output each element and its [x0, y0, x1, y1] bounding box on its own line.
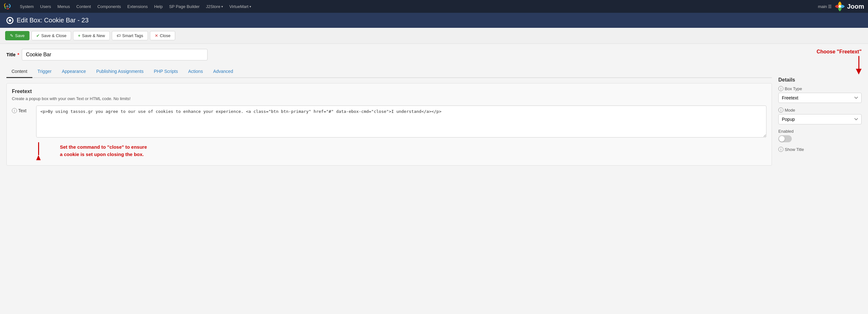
text-area[interactable] — [36, 106, 767, 138]
tab-advanced[interactable]: Advanced — [208, 66, 238, 78]
enabled-toggle[interactable] — [778, 135, 792, 142]
save-icon: ✎ — [10, 33, 13, 38]
nav-components[interactable]: Components — [94, 0, 124, 13]
close-icon: ✕ — [155, 33, 158, 38]
title-label: Title * — [6, 52, 19, 57]
navbar: System Users Menus Content Components Ex… — [0, 0, 868, 13]
section-title: Freetext — [12, 89, 767, 94]
mode-field: i Mode Popup Inline Offcanvas — [778, 107, 862, 125]
nav-menus[interactable]: Menus — [54, 0, 73, 13]
nav-extensions[interactable]: Extensions — [124, 0, 151, 13]
tab-appearance[interactable]: Appearance — [57, 66, 91, 78]
nav-j2store[interactable]: J2Store▾ — [203, 0, 226, 13]
navbar-right: main ☰ Joom — [818, 1, 864, 12]
box-type-label: i Box Type — [778, 86, 862, 91]
check-icon: ✔ — [36, 33, 40, 38]
mode-label: i Mode — [778, 107, 862, 112]
choose-freetext-label: Choose "Freetext" — [778, 49, 862, 55]
joomla-nav-logo — [4, 3, 11, 10]
save-button[interactable]: ✎ Save — [5, 31, 29, 40]
show-title-info-icon[interactable]: i — [778, 147, 783, 152]
left-panel: Title * Content Trigger Appearance Publi… — [6, 49, 772, 166]
annotation-text: Set the command to "close" to ensurea co… — [44, 141, 147, 158]
box-type-field: i Box Type Freetext Image Video Iframe — [778, 86, 862, 103]
box-type-select[interactable]: Freetext Image Video Iframe — [778, 93, 862, 103]
right-panel: Choose "Freetext" Details i Box Type Fre… — [778, 49, 862, 166]
header-title: Edit Box: Cookie Bar - 23 — [6, 16, 89, 24]
tab-publishing[interactable]: Publishing Assignments — [91, 66, 149, 78]
tab-actions[interactable]: Actions — [183, 66, 208, 78]
navbar-user-text: main ☰ — [818, 4, 832, 9]
joomla-logo-right: Joom — [834, 1, 864, 12]
text-info-icon[interactable]: i — [12, 108, 17, 113]
mode-info-icon[interactable]: i — [778, 107, 783, 112]
enabled-field: Enabled — [778, 129, 862, 142]
show-title-field: i Show Title — [778, 147, 862, 152]
title-row: Title * — [6, 49, 772, 61]
arrow-down-red — [856, 56, 862, 74]
nav-spbuilder[interactable]: SP Page Builder — [166, 0, 203, 13]
save-new-button[interactable]: + Save & New — [73, 31, 110, 40]
tab-trigger[interactable]: Trigger — [32, 66, 57, 78]
page-title: Edit Box: Cookie Bar - 23 — [17, 16, 89, 24]
tabs: Content Trigger Appearance Publishing As… — [6, 66, 772, 78]
text-field-label: i Text — [12, 106, 31, 113]
box-type-info-icon[interactable]: i — [778, 86, 783, 91]
enabled-toggle-container — [778, 135, 862, 142]
svg-point-0 — [6, 5, 8, 7]
mode-select[interactable]: Popup Inline Offcanvas — [778, 114, 862, 125]
tag-icon: 🏷 — [117, 33, 121, 38]
svg-point-1 — [838, 5, 841, 8]
toolbar: ✎ Save ✔ Save & Close + Save & New 🏷 Sma… — [0, 28, 868, 44]
close-button[interactable]: ✕ Close — [150, 31, 175, 40]
tab-php[interactable]: PHP Scripts — [149, 66, 183, 78]
text-field-row: i Text Set the command to "clos — [12, 106, 767, 160]
show-title-label: i Show Title — [778, 147, 862, 152]
header-bar: Edit Box: Cookie Bar - 23 — [0, 13, 868, 28]
arrow-down-container — [778, 56, 862, 74]
save-close-button[interactable]: ✔ Save & Close — [31, 31, 71, 40]
plus-icon: + — [78, 33, 81, 38]
details-label: Details — [778, 77, 862, 83]
nav-help[interactable]: Help — [151, 0, 166, 13]
edit-icon — [6, 17, 13, 24]
text-area-wrapper: Set the command to "close" to ensurea co… — [36, 106, 767, 160]
nav-content[interactable]: Content — [73, 0, 94, 13]
nav-users[interactable]: Users — [37, 0, 54, 13]
annotation: Set the command to "close" to ensurea co… — [36, 141, 767, 160]
required-star: * — [17, 52, 19, 57]
enabled-label: Enabled — [778, 129, 862, 134]
title-input[interactable] — [22, 49, 208, 61]
content-section: Freetext Create a popup box with your ow… — [6, 83, 772, 166]
main-content: Title * Content Trigger Appearance Publi… — [0, 44, 868, 171]
nav-virtuemart[interactable]: VirtueMart▾ — [226, 0, 254, 13]
smart-tags-button[interactable]: 🏷 Smart Tags — [112, 31, 148, 40]
tab-content[interactable]: Content — [6, 66, 32, 78]
section-desc: Create a popup box with your own Text or… — [12, 96, 767, 101]
nav-system[interactable]: System — [17, 0, 37, 13]
